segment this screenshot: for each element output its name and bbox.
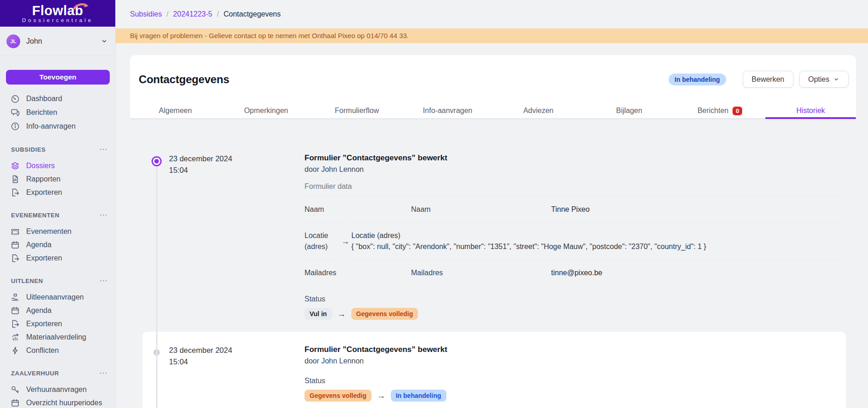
chart-icon xyxy=(10,332,20,342)
sidebar-item-label: Rapporten xyxy=(26,175,61,183)
entry-date: 23 december 2024 xyxy=(169,153,232,164)
sidebar-section-zaalverhuur: ZAALVERHUUR ⋯ Verhuuraanvragen Overzicht… xyxy=(0,368,115,408)
tab-opmerkingen[interactable]: Opmerkingen xyxy=(221,103,312,118)
sidebar-item-label: Dossiers xyxy=(26,162,55,170)
sidebar-item-agenda-uitlenen[interactable]: Agenda xyxy=(0,304,115,317)
entry-author: door John Lennon xyxy=(304,164,839,175)
sidebar-item-exporteren-evenementen[interactable]: Exporteren xyxy=(0,251,115,265)
entry-datetime: 23 december 2024 15:04 xyxy=(169,153,232,176)
status-change: Status Gegevens volledig → In behandelin… xyxy=(304,377,846,402)
field-old-label: Mailadres xyxy=(304,260,341,286)
section-more-icon[interactable]: ⋯ xyxy=(99,371,108,375)
sidebar-item-label: Materiaalverdeling xyxy=(26,333,86,341)
brand-tagline: Dossiercentrale xyxy=(22,17,93,23)
sidebar-main-menu: Dashboard Berichten Info-aanvragen xyxy=(0,92,115,133)
history-timeline: 23 december 2024 15:04 Formulier ”Contac… xyxy=(130,119,856,408)
entry-time: 15:04 xyxy=(169,164,232,176)
sidebar-section-uitlenen: UITLENEN ⋯ Uitleenaanvragen Agenda Expor… xyxy=(0,276,115,357)
field-value: Tinne Pixeo xyxy=(551,204,839,215)
section-title: UITLENEN xyxy=(11,278,99,284)
entry-title: Formulier ”Contactgegevens” bewerkt xyxy=(304,345,846,355)
main-content: Subsidies / 20241223-5 / Contactgegevens… xyxy=(116,0,868,408)
edit-button[interactable]: Bewerken xyxy=(743,71,794,88)
section-more-icon[interactable]: ⋯ xyxy=(99,147,108,152)
tab-info-aanvragen[interactable]: Info-aanvragen xyxy=(402,103,493,118)
key-icon xyxy=(10,385,20,394)
table-row-mailadres: Mailadres Mailadres tinne@pixeo.be xyxy=(304,260,839,286)
options-button[interactable]: Opties xyxy=(799,71,849,88)
bolt-icon xyxy=(10,346,20,355)
info-circle-icon xyxy=(10,122,20,131)
brand-logo: Flowlab Dossiercentrale xyxy=(0,0,115,27)
export-icon xyxy=(10,187,20,197)
tab-formulierflow[interactable]: Formulierflow xyxy=(311,103,402,118)
field-value: tinne@pixeo.be xyxy=(551,267,839,278)
breadcrumb-current: Contactgegevens xyxy=(224,10,281,18)
sidebar-item-uitleenaanvragen[interactable]: Uitleenaanvragen xyxy=(0,290,115,304)
sidebar-item-evenementen[interactable]: Evenementen xyxy=(0,225,115,238)
sidebar-item-label: Exporteren xyxy=(26,320,62,328)
tab-bijlagen[interactable]: Bijlagen xyxy=(584,103,675,118)
sidebar-item-label: Conflicten xyxy=(26,346,59,355)
entry-date: 23 december 2024 xyxy=(169,345,232,356)
breadcrumb-link-subsidies[interactable]: Subsidies xyxy=(130,10,162,18)
tab-historiek[interactable]: Historiek xyxy=(765,103,856,118)
sidebar-item-berichten[interactable]: Berichten xyxy=(0,106,115,119)
chevron-down-icon xyxy=(101,38,108,45)
status-label: Status xyxy=(304,377,846,385)
sidebar-item-label: Agenda xyxy=(26,241,51,249)
tab-berichten[interactable]: Berichten 0 xyxy=(675,103,766,118)
sidebar-item-dossiers[interactable]: Dossiers xyxy=(0,159,115,172)
entry-title: Formulier ”Contactgegevens” bewerkt xyxy=(304,153,839,163)
hand-box-icon xyxy=(10,292,20,302)
field-old-label: Locatie (adres) xyxy=(304,223,341,260)
breadcrumb-link-dossier[interactable]: 20241223-5 xyxy=(173,10,212,18)
breadcrumb-separator: / xyxy=(217,10,219,18)
document-icon xyxy=(10,174,20,184)
sidebar-item-label: Info-aanvragen xyxy=(26,122,76,130)
section-more-icon[interactable]: ⋯ xyxy=(99,278,108,283)
field-new-label: Locatie (adres) xyxy=(351,230,839,241)
sidebar-item-verhuuraanvragen[interactable]: Verhuuraanvragen xyxy=(0,383,115,396)
field-new-label: Naam xyxy=(411,204,551,215)
dossier-card-header: Contactgegevens In behandeling Bewerken … xyxy=(130,55,856,119)
sidebar-item-exporteren-uitlenen[interactable]: Exporteren xyxy=(0,317,115,330)
brand-name: Flowlab xyxy=(32,4,83,17)
tab-algemeen[interactable]: Algemeen xyxy=(130,103,221,118)
sidebar-item-rapporten[interactable]: Rapporten xyxy=(0,172,115,186)
sidebar-item-agenda-evenementen[interactable]: Agenda xyxy=(0,238,115,251)
page-title: Contactgegevens xyxy=(139,73,229,86)
tab-berichten-label: Berichten xyxy=(698,107,729,115)
field-value-json: { "box": null, "city": "Arendonk", "numb… xyxy=(351,241,839,252)
user-name: John xyxy=(26,37,101,45)
user-menu[interactable]: JL John xyxy=(0,27,115,56)
sidebar-section-evenementen: EVENEMENTEN ⋯ Evenementen Agenda Exporte… xyxy=(0,210,115,265)
sidebar-item-conflicten[interactable]: Conflicten xyxy=(0,344,115,357)
add-button[interactable]: Toevoegen xyxy=(6,70,110,85)
logo-swoosh-arrow-icon xyxy=(73,2,90,11)
timeline-dot-current xyxy=(152,156,162,166)
breadcrumb: Subsidies / 20241223-5 / Contactgegevens xyxy=(130,10,281,18)
sidebar-item-dashboard[interactable]: Dashboard xyxy=(0,92,115,106)
sidebar-item-overzicht-huurperiodes[interactable]: Overzicht huurperiodes xyxy=(0,396,115,408)
sidebar-item-label: Uitleenaanvragen xyxy=(26,293,84,301)
status-from-badge: Vul in xyxy=(304,308,332,320)
sidebar-item-label: Verhuuraanvragen xyxy=(26,385,87,394)
status-label: Status xyxy=(304,295,839,303)
status-to-badge: In behandeling xyxy=(391,390,446,402)
arrow-right-icon: → xyxy=(338,309,346,319)
sidebar-item-exporteren[interactable]: Exporteren xyxy=(0,186,115,199)
tab-adviezen[interactable]: Adviezen xyxy=(493,103,584,118)
chevron-down-icon xyxy=(833,76,840,83)
ticket-icon xyxy=(10,227,20,236)
chat-bubbles-icon xyxy=(10,108,20,118)
section-title: EVENEMENTEN xyxy=(11,212,99,219)
status-change: Status Vul in → Gegevens volledig xyxy=(304,295,839,320)
table-row-naam: Naam Naam Tinne Pixeo xyxy=(304,197,839,223)
section-more-icon[interactable]: ⋯ xyxy=(99,213,108,217)
gauge-icon xyxy=(10,94,20,104)
sidebar-item-materiaalverdeling[interactable]: Materiaalverdeling xyxy=(0,330,115,344)
sidebar-item-info-aanvragen[interactable]: Info-aanvragen xyxy=(0,119,115,133)
sidebar-item-label: Overzicht huurperiodes xyxy=(26,399,102,407)
breadcrumb-separator: / xyxy=(166,10,168,18)
